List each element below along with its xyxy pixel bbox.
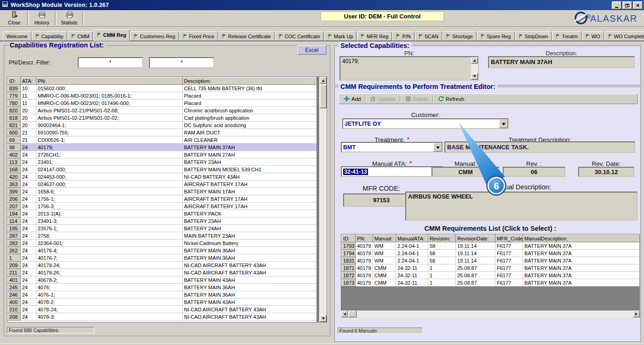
customer-combo[interactable]: JETFLITE OY (342, 118, 509, 129)
tab-spare-reg[interactable]: Spare Reg (477, 31, 515, 41)
excel-button[interactable]: Excel (297, 45, 327, 55)
close-button[interactable]: Close (2, 11, 27, 26)
table-row[interactable]: 83910015602-000;CELL 735 MAIN BATTERY (3… (8, 85, 317, 92)
table-row[interactable]: 36324024637-000;AIRCRAFT BATTERY 17AH (8, 181, 317, 188)
table-row[interactable]: 400244078-2;BATTERY MAIN 43AH (8, 298, 317, 306)
table-row[interactable]: 179440179WM2.24-04-15819.11.14F6177BATTE… (342, 250, 640, 257)
column-header[interactable]: PN: (356, 235, 373, 242)
treatment-combo[interactable]: BMT (341, 142, 443, 152)
table-row[interactable]: 2832432364-001;Nickel-Cadmium Battery (8, 240, 317, 247)
tab-stripdown[interactable]: StripDown (515, 31, 552, 41)
scrollbar-thumb[interactable] (348, 310, 356, 317)
tab-release-certificate[interactable]: Release Certificate (218, 31, 275, 41)
table-row[interactable]: 2112440178-26;NI-CAD AIRCRAFT BATTERY 43… (8, 269, 317, 276)
table-row[interactable]: 210244078-24;NI-CAD AIRCRAFT BATTERY 43A… (8, 306, 317, 313)
tab-mark-up[interactable]: Mark Up (324, 31, 357, 41)
tab-cmm[interactable]: CMM (68, 31, 93, 41)
table-row[interactable]: 187240179CMM24-32-11125.08.87F6177BATTER… (342, 272, 640, 279)
column-header[interactable]: PN: (36, 77, 183, 85)
scroll-up-button[interactable] (320, 77, 327, 84)
column-header[interactable]: RevisionDate: (456, 235, 495, 242)
table-row[interactable]: 1132423491;BATTERY 23AH (8, 158, 317, 166)
statistic-button[interactable]: Statistic (57, 11, 82, 26)
cell: 24 (21, 173, 36, 181)
tab-mfr-reg[interactable]: MFR Reg (357, 31, 392, 41)
tab-welcome[interactable]: Welcome (3, 31, 31, 41)
table-row[interactable]: 600215910090-755;RAM AIR DUCT (8, 129, 317, 136)
table-row[interactable]: 81820Airbus PMS01-02-21/PMS01-02-02;Cad … (8, 114, 317, 122)
cell: 4078-3; (36, 313, 183, 321)
column-header[interactable]: ManualDescription: (523, 235, 640, 242)
column-header[interactable]: Description: (183, 77, 317, 85)
table-row[interactable]: 1142423491-3;BATTERY 23AH (8, 217, 317, 225)
pn-filter-input[interactable] (78, 57, 143, 68)
table-row[interactable]: 179340179WM2.24-04-15819.11.14F6177BATTE… (342, 242, 640, 250)
tab-wo-completion[interactable]: WO Completion (604, 31, 644, 41)
column-header[interactable]: ID: (8, 77, 21, 85)
table-row[interactable]: 16824024147-000;BATTERY MAIN MODEL 539 C… (8, 166, 317, 173)
table-row[interactable]: 207241756-3;AIRCRAFT BATTERY 17AH (8, 203, 317, 210)
scroll-up-button[interactable] (471, 57, 478, 64)
history-button[interactable]: History (29, 11, 54, 26)
restore-button[interactable] (622, 1, 632, 9)
table-row[interactable]: 77911MMRO-C-006-MD-0023/01; 0185-0016-1;… (8, 92, 317, 99)
pn-field-scrollbar[interactable] (471, 57, 478, 80)
table-row[interactable]: 6921CD00526-1;AIR CLEANER (8, 136, 317, 144)
table-row[interactable]: 245244076;BATTERY MAIN 36AH (8, 284, 317, 291)
table-row[interactable]: 399241658-6;BATTERY MAIN 17AH (8, 188, 317, 195)
table-row[interactable]: 206241756-1;AIRCRAFT BATTERY 17AH (8, 195, 317, 203)
capabilities-scrollbar[interactable] (319, 77, 327, 322)
scroll-right-button[interactable] (633, 310, 640, 317)
descr-filter-input[interactable] (149, 57, 214, 68)
table-row[interactable]: 402242726CH1;BATTERY MAIN 27AH (8, 151, 317, 158)
exit-door-icon (11, 11, 18, 19)
tab-wo[interactable]: WO (582, 31, 604, 41)
selected-pn-field[interactable]: 40179; (339, 56, 479, 81)
tab-capability[interactable]: Capability (32, 31, 67, 41)
table-row[interactable]: 982440179;BATTERY MAIN 37AH (8, 144, 317, 151)
requirements-hscrollbar[interactable] (341, 310, 640, 317)
manual-ata-combo[interactable]: 32-41-13 (341, 166, 443, 177)
table-row[interactable]: 42024024453-000;NI-CAD BATTERY 43AH (8, 173, 317, 181)
table-row[interactable]: 82020Airbus PMS01-02-21/PMS01-02-08;Chro… (8, 107, 317, 114)
scroll-down-button[interactable] (320, 315, 327, 322)
add-button[interactable]: Add (341, 95, 363, 102)
table-row[interactable]: 287242758;MAIN BATTERY 23AH (8, 232, 317, 240)
table-row[interactable]: 187340179CMM24-32-11125.08.87F6177BATTER… (342, 279, 640, 287)
dropdown-icon[interactable] (499, 119, 508, 128)
scroll-left-button[interactable] (341, 310, 348, 317)
table-row[interactable]: 12440176-7;BATTERY MAIN 36AH (8, 254, 317, 262)
tab-scan[interactable]: SCAN (415, 31, 443, 41)
column-header[interactable]: ManualATA: (396, 235, 428, 242)
pin-icon (183, 34, 187, 39)
tab-fixed-price[interactable]: Fixed Price (179, 31, 218, 41)
tab-treatm[interactable]: Treatm (552, 31, 581, 41)
minimize-button[interactable] (612, 1, 621, 9)
refresh-button[interactable]: Refresh (435, 95, 467, 102)
table-row[interactable]: 4012440678-2;BATTERY MAIN 43AH (8, 276, 317, 284)
table-row[interactable]: 1952423576-1;BATTERY 24AH (8, 225, 317, 232)
dropdown-icon[interactable] (433, 143, 442, 152)
table-row[interactable]: 78011MMRO-C-006-MD-0023/02; 017496-000;P… (8, 99, 317, 107)
tab-customers-reg[interactable]: Customers Reg (130, 31, 178, 41)
table-row[interactable]: 208244078-3;NI-CAD AIRCRAFT BATTERY 43AH (8, 313, 317, 321)
table-row[interactable]: 8212090002464-1;DC Sulpfuric acid anodiz… (8, 122, 317, 129)
table-row[interactable]: 2622440176-4;BATTERY MAIN 36AH (8, 247, 317, 254)
table-row[interactable]: 194242013-1(A);BATTERY PACK (8, 210, 317, 217)
column-header[interactable]: ID: (342, 235, 356, 242)
column-header[interactable]: Revision: (428, 235, 456, 242)
scrollbar-thumb[interactable] (320, 84, 327, 108)
tab-cmm-reg[interactable]: CMM Reg (93, 29, 130, 41)
column-header[interactable]: MFR_Code: (495, 235, 523, 242)
table-row[interactable]: 2092440178-24;NI-CAD AIRCRAFT BATTERY 43… (8, 262, 317, 269)
tab-p-n[interactable]: P/N (392, 31, 414, 41)
tab-shortage[interactable]: Shortage (443, 31, 477, 41)
table-row[interactable]: 246244076-1;BATTERY MAIN 36AH (8, 291, 317, 298)
scroll-down-button[interactable] (471, 73, 478, 80)
close-window-button[interactable] (633, 1, 643, 9)
column-header[interactable]: Manual: (373, 235, 396, 242)
table-row[interactable]: 187140179CMM24-32-11125.08.87F6177BATTER… (342, 264, 640, 272)
table-row[interactable]: 183140179WM2.24-04-15819.11.14F6177BATTE… (342, 257, 640, 264)
tab-coc-certificate[interactable]: COC Certificate (275, 31, 324, 41)
column-header[interactable]: ATA: (21, 77, 36, 85)
